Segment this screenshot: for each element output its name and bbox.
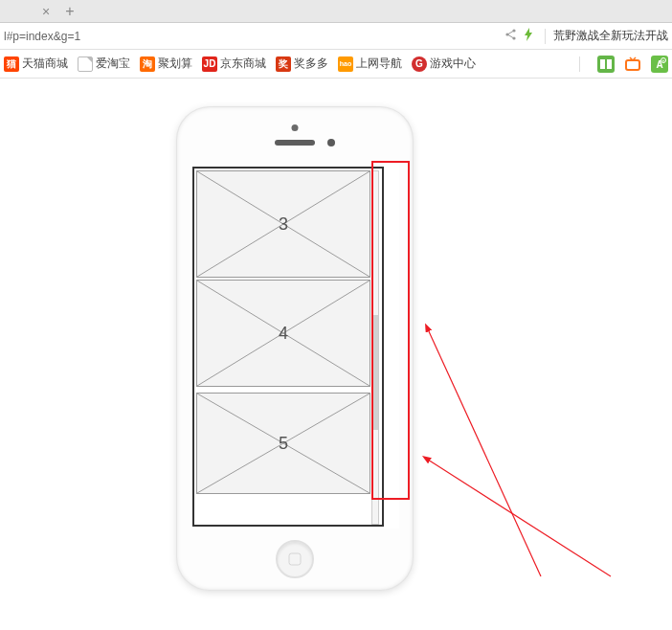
- tmall-icon: 猫: [4, 56, 19, 72]
- jdd-icon: 奖: [276, 56, 291, 72]
- scrollbar-thumb[interactable]: [372, 315, 378, 430]
- divider: [545, 29, 546, 44]
- address-bar: l#p=index&g=1 荒野激战全新玩法开战: [0, 23, 672, 50]
- jd-icon: JD: [202, 56, 217, 72]
- jhs-icon: 淘: [140, 56, 155, 72]
- phone-camera-icon: [327, 139, 335, 146]
- phone-sensor: [292, 124, 299, 131]
- news-headline-link[interactable]: 荒野激战全新玩法开战: [553, 28, 668, 44]
- svg-rect-5: [600, 59, 605, 69]
- page-content: 3 4 5: [0, 79, 672, 630]
- svg-rect-6: [607, 59, 612, 69]
- page-icon: [78, 56, 93, 72]
- game-icon: G: [412, 56, 427, 72]
- bookmark-tmall[interactable]: 猫 天猫商城: [4, 56, 68, 72]
- phone-mockup: 3 4 5: [177, 107, 413, 590]
- wireframe-item-5[interactable]: 5: [196, 393, 370, 494]
- url-fragment[interactable]: l#p=index&g=1: [4, 30, 80, 43]
- wireframe-number: 4: [279, 324, 288, 344]
- bookmark-bar: 猫 天猫商城 爱淘宝 淘 聚划算 JD 京东商城 奖 奖多多 hao 上网导航 …: [0, 50, 672, 79]
- reader-icon[interactable]: [597, 56, 615, 73]
- wireframe-container: 3 4 5: [192, 167, 384, 527]
- arrow-icon: [428, 329, 541, 576]
- bookmark-label: 上网导航: [356, 56, 402, 72]
- wireframe-number: 5: [279, 434, 288, 454]
- scrollbar[interactable]: [371, 170, 379, 525]
- svg-rect-7: [626, 60, 639, 70]
- svg-line-3: [508, 32, 513, 34]
- tab-close-button[interactable]: ×: [36, 4, 56, 19]
- browser-tabbar: × +: [0, 0, 672, 23]
- tab-add-button[interactable]: +: [56, 3, 83, 20]
- bookmark-label: 爱淘宝: [96, 56, 130, 72]
- wireframe-item-4[interactable]: 4: [196, 280, 370, 387]
- bookmark-label: 游戏中心: [430, 56, 476, 72]
- bookmark-game[interactable]: G 游戏中心: [412, 56, 476, 72]
- divider: [579, 56, 580, 72]
- extension-icon[interactable]: A+: [651, 56, 668, 73]
- phone-screen: 3 4 5: [190, 165, 399, 529]
- tv-icon[interactable]: [624, 56, 641, 73]
- wireframe-item-3[interactable]: 3: [196, 170, 370, 278]
- bookmark-aitao[interactable]: 爱淘宝: [78, 56, 130, 72]
- bookmark-label: 天猫商城: [22, 56, 68, 72]
- bookmark-label: 京东商城: [220, 56, 266, 72]
- bookmark-label: 聚划算: [158, 56, 192, 72]
- share-icon[interactable]: [503, 28, 520, 44]
- bookmark-jdd[interactable]: 奖 奖多多: [276, 56, 328, 72]
- phone-home-button[interactable]: [276, 540, 314, 578]
- bookmark-jd[interactable]: JD 京东商城: [202, 56, 266, 72]
- bookmark-hao[interactable]: hao 上网导航: [338, 56, 402, 72]
- bookmark-label: 奖多多: [294, 56, 328, 72]
- hao-icon: hao: [338, 56, 353, 72]
- wireframe-number: 3: [279, 214, 288, 235]
- phone-speaker: [275, 140, 315, 146]
- svg-line-4: [508, 35, 513, 38]
- svg-text:+: +: [662, 57, 665, 63]
- bolt-icon[interactable]: [520, 28, 537, 44]
- bookmark-jhs[interactable]: 淘 聚划算: [140, 56, 192, 72]
- arrow-icon: [428, 460, 611, 576]
